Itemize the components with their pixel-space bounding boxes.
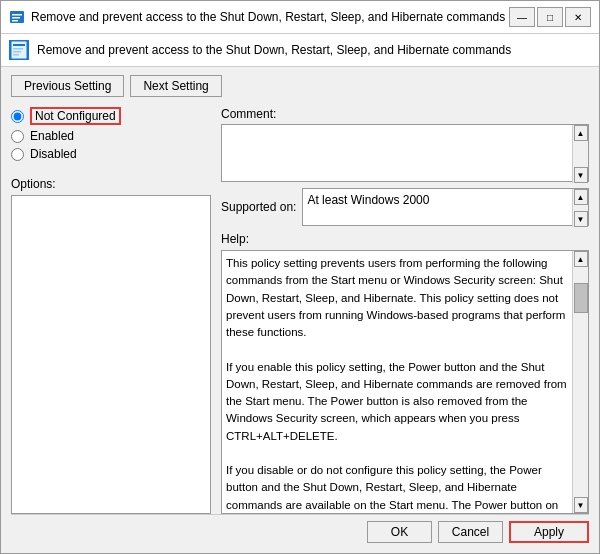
comment-scrollbar[interactable]: ▲ ▼: [572, 125, 588, 183]
comment-row: Comment: ▲ ▼: [221, 107, 589, 182]
disabled-label: Disabled: [30, 147, 77, 161]
maximize-button[interactable]: □: [537, 7, 563, 27]
not-configured-option[interactable]: Not Configured: [11, 107, 211, 125]
cancel-button[interactable]: Cancel: [438, 521, 503, 543]
svg-rect-2: [12, 17, 20, 19]
help-label: Help:: [221, 232, 589, 246]
scroll-up-arrow[interactable]: ▲: [574, 125, 588, 141]
svg-rect-1: [12, 14, 22, 16]
policy-icon: [9, 40, 29, 60]
supported-scroll-up[interactable]: ▲: [574, 189, 588, 205]
bottom-bar: OK Cancel Apply: [11, 514, 589, 545]
supported-value-wrapper: At least Windows 2000 ▲ ▼: [302, 188, 589, 226]
enabled-option[interactable]: Enabled: [11, 129, 211, 143]
right-panel: Comment: ▲ ▼ Supported on:: [221, 107, 589, 514]
supported-value: At least Windows 2000: [303, 189, 572, 225]
help-scroll-down[interactable]: ▼: [574, 497, 588, 513]
previous-setting-button[interactable]: Previous Setting: [11, 75, 124, 97]
comment-textarea[interactable]: [222, 125, 572, 181]
comment-textarea-wrapper: ▲ ▼: [221, 124, 589, 182]
subtitle-bar: Remove and prevent access to the Shut Do…: [1, 34, 599, 67]
help-section: Help: This policy setting prevents users…: [221, 232, 589, 514]
svg-rect-7: [13, 51, 21, 53]
subtitle-text: Remove and prevent access to the Shut Do…: [37, 43, 511, 57]
help-scroll-thumb[interactable]: [574, 283, 588, 313]
left-panel: Not Configured Enabled Disabled Options:: [11, 107, 211, 514]
help-scroll-up[interactable]: ▲: [574, 251, 588, 267]
svg-rect-8: [13, 54, 19, 56]
scroll-down-arrow[interactable]: ▼: [574, 167, 588, 183]
svg-rect-3: [12, 20, 18, 22]
supported-scrollbar[interactable]: ▲ ▼: [572, 189, 588, 227]
disabled-option[interactable]: Disabled: [11, 147, 211, 161]
help-box-wrapper: This policy setting prevents users from …: [221, 250, 589, 514]
content-area: Previous Setting Next Setting Not Config…: [1, 67, 599, 553]
title-bar: Remove and prevent access to the Shut Do…: [1, 1, 599, 34]
comment-label: Comment:: [221, 107, 589, 121]
nav-buttons: Previous Setting Next Setting: [11, 75, 589, 97]
options-box: [11, 195, 211, 514]
radio-group: Not Configured Enabled Disabled: [11, 107, 211, 161]
supported-row: Supported on: At least Windows 2000 ▲ ▼: [221, 188, 589, 226]
window-controls: — □ ✕: [509, 7, 591, 27]
svg-rect-6: [13, 48, 23, 50]
enabled-radio[interactable]: [11, 130, 24, 143]
help-text: This policy setting prevents users from …: [222, 251, 572, 513]
apply-button[interactable]: Apply: [509, 521, 589, 543]
svg-rect-5: [13, 44, 25, 46]
close-button[interactable]: ✕: [565, 7, 591, 27]
not-configured-radio[interactable]: [11, 110, 24, 123]
supported-label: Supported on:: [221, 200, 296, 214]
minimize-button[interactable]: —: [509, 7, 535, 27]
window-icon: [9, 9, 25, 25]
not-configured-label: Not Configured: [30, 107, 121, 125]
help-scrollbar[interactable]: ▲ ▼: [572, 251, 588, 513]
main-window: Remove and prevent access to the Shut Do…: [0, 0, 600, 554]
enabled-label: Enabled: [30, 129, 74, 143]
window-title: Remove and prevent access to the Shut Do…: [31, 10, 509, 24]
options-label: Options:: [11, 177, 56, 191]
supported-scroll-down[interactable]: ▼: [574, 211, 588, 227]
ok-button[interactable]: OK: [367, 521, 432, 543]
next-setting-button[interactable]: Next Setting: [130, 75, 221, 97]
svg-rect-4: [11, 41, 27, 59]
disabled-radio[interactable]: [11, 148, 24, 161]
